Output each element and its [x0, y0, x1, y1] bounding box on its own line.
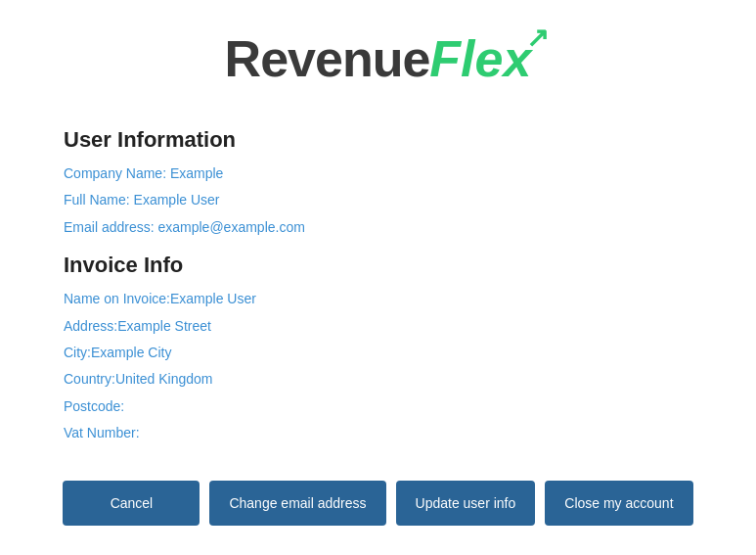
invoice-info-title: Invoice Info: [64, 253, 692, 278]
user-info-title: User Information: [64, 127, 692, 153]
company-name: Company Name: Example: [64, 162, 692, 184]
buttons-area: Cancel Change email address Update user …: [0, 461, 756, 555]
update-user-info-button[interactable]: Update user info: [396, 481, 536, 526]
invoice-info-section: Invoice Info Name on Invoice:Example Use…: [64, 253, 692, 443]
logo-flex-text: Flex: [429, 29, 531, 88]
cancel-button[interactable]: Cancel: [63, 481, 200, 526]
main-content: User Information Company Name: Example F…: [0, 117, 756, 461]
name-on-invoice: Name on Invoice:Example User: [64, 288, 692, 309]
postcode: Postcode:: [64, 395, 692, 417]
address: Address:Example Street: [64, 315, 692, 337]
full-name: Full Name: Example User: [64, 189, 692, 210]
city: City:Example City: [64, 342, 692, 363]
country: Country:United Kingdom: [64, 368, 692, 390]
logo-revenue-text: Revenue: [225, 29, 430, 88]
user-info-section: User Information Company Name: Example F…: [64, 127, 692, 238]
change-email-button[interactable]: Change email address: [209, 481, 385, 526]
vat-number: Vat Number:: [64, 422, 692, 443]
logo: RevenueFlex: [225, 29, 532, 88]
close-account-button[interactable]: Close my account: [545, 481, 692, 526]
email-address: Email address: example@example.com: [64, 216, 692, 238]
